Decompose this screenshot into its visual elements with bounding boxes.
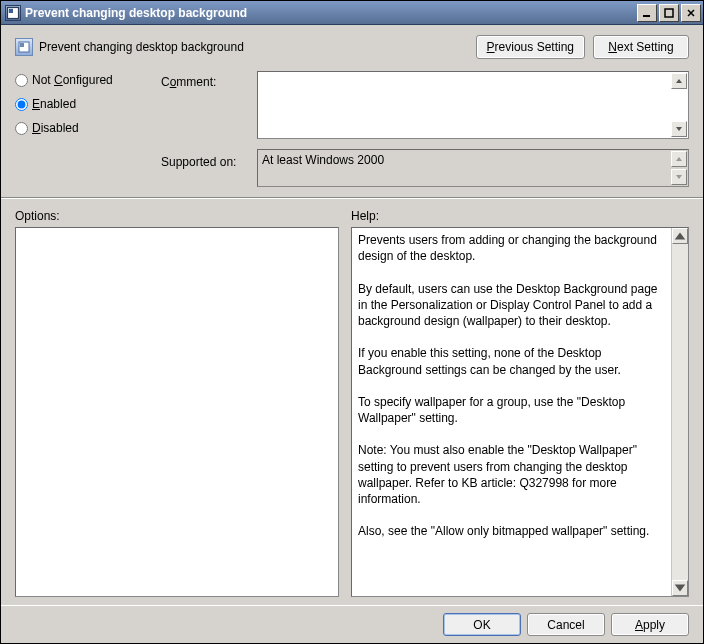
radio-enabled-label: Enabled [32,97,76,111]
policy-name: Prevent changing desktop background [39,40,468,54]
options-panel [15,227,339,597]
scroll-down-icon[interactable] [671,121,687,137]
window-title: Prevent changing desktop background [25,6,635,20]
scroll-up-icon[interactable] [671,73,687,89]
svg-rect-2 [643,15,650,17]
cancel-button[interactable]: Cancel [527,613,605,636]
scroll-down-icon[interactable] [672,580,688,596]
svg-rect-3 [665,9,673,17]
close-button[interactable] [681,4,701,22]
policy-header-icon [15,38,33,56]
help-text: Prevents users from adding or changing t… [352,228,671,596]
previous-setting-button[interactable]: Previous Setting [476,35,585,59]
scroll-up-icon[interactable] [671,151,687,167]
radio-enabled-input[interactable] [15,98,28,111]
ok-button[interactable]: OK [443,613,521,636]
radio-not-configured[interactable]: Not Configured [15,73,155,87]
scrollbar-track[interactable] [672,244,688,580]
supported-on-value: At least Windows 2000 [258,150,688,184]
comment-label: Comment: [161,71,251,89]
comment-field[interactable] [258,72,688,136]
radio-disabled-input[interactable] [15,122,28,135]
titlebar: Prevent changing desktop background [1,1,703,25]
svg-rect-5 [20,43,24,47]
supported-on-label: Supported on: [161,149,251,169]
policy-icon [5,5,21,21]
apply-button[interactable]: Apply [611,613,689,636]
radio-disabled[interactable]: Disabled [15,121,155,135]
help-scrollbar[interactable] [671,228,688,596]
minimize-button[interactable] [637,4,657,22]
radio-disabled-label: Disabled [32,121,79,135]
options-label: Options: [15,209,339,223]
next-setting-button[interactable]: Next Setting [593,35,689,59]
supported-on-field-wrap: At least Windows 2000 [257,149,689,187]
help-panel: Prevents users from adding or changing t… [351,227,689,597]
comment-field-wrap [257,71,689,139]
radio-not-configured-label: Not Configured [32,73,113,87]
scroll-down-icon[interactable] [671,169,687,185]
scroll-up-icon[interactable] [672,228,688,244]
header-row: Prevent changing desktop background Prev… [1,25,703,67]
svg-rect-1 [9,8,13,12]
help-label: Help: [351,209,689,223]
dialog-footer: OK Cancel Apply [1,605,703,643]
radio-not-configured-input[interactable] [15,74,28,87]
radio-enabled[interactable]: Enabled [15,97,155,111]
maximize-button[interactable] [659,4,679,22]
